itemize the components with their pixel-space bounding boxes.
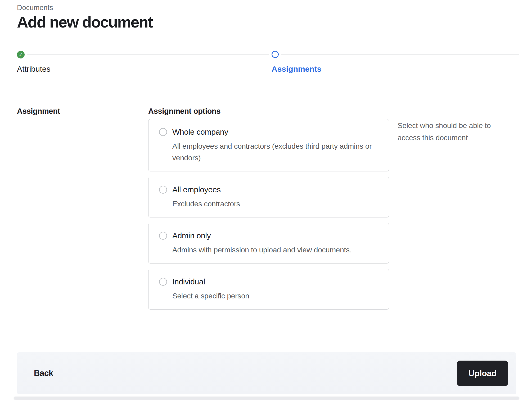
option-card-whole-company[interactable]: Whole company All employees and contract… bbox=[148, 119, 389, 171]
option-title: Whole company bbox=[172, 127, 228, 137]
helper-text: Select who should be able to access this… bbox=[398, 120, 511, 144]
check-icon: ✓ bbox=[19, 52, 23, 57]
add-document-page: Documents Add new document ✓ Attributes … bbox=[0, 0, 532, 400]
option-card-admin-only[interactable]: Admin only Admins with permission to upl… bbox=[148, 223, 389, 263]
option-card-all-employees[interactable]: All employees Excludes contractors bbox=[148, 177, 389, 217]
option-description: Admins with permission to upload and vie… bbox=[172, 244, 382, 256]
breadcrumb[interactable]: Documents bbox=[17, 4, 53, 12]
radio-whole-company[interactable] bbox=[159, 128, 167, 136]
footer-shadow bbox=[14, 397, 519, 400]
step-current-circle-icon[interactable] bbox=[272, 51, 279, 58]
option-title: All employees bbox=[172, 185, 221, 194]
assignment-section-label: Assignment bbox=[17, 107, 60, 116]
back-button[interactable]: Back bbox=[34, 369, 53, 378]
page-title: Add new document bbox=[17, 13, 152, 31]
step-label-attributes[interactable]: Attributes bbox=[17, 65, 51, 74]
radio-individual[interactable] bbox=[159, 278, 167, 286]
option-title: Individual bbox=[172, 277, 205, 287]
section-divider bbox=[17, 90, 519, 90]
option-description: All employees and contractors (excludes … bbox=[172, 140, 382, 164]
footer-bar: Back Upload bbox=[17, 352, 516, 394]
radio-admin-only[interactable] bbox=[159, 232, 167, 240]
radio-all-employees[interactable] bbox=[159, 186, 167, 194]
step-label-assignments[interactable]: Assignments bbox=[272, 65, 321, 74]
option-title: Admin only bbox=[172, 231, 211, 240]
stepper-track bbox=[17, 54, 519, 55]
step-completed-check-icon[interactable]: ✓ bbox=[17, 51, 25, 58]
assignment-options-list: Whole company All employees and contract… bbox=[148, 119, 389, 310]
upload-button[interactable]: Upload bbox=[457, 361, 508, 386]
assignment-options-label: Assignment options bbox=[148, 107, 220, 116]
option-description: Select a specific person bbox=[172, 290, 382, 302]
option-card-individual[interactable]: Individual Select a specific person bbox=[148, 269, 389, 310]
option-description: Excludes contractors bbox=[172, 198, 382, 210]
